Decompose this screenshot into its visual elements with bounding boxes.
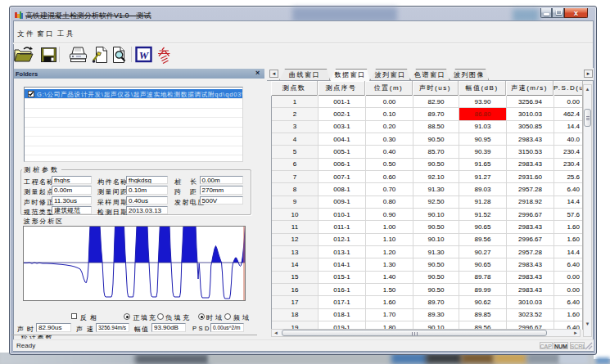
svg-text:W: W	[139, 49, 150, 61]
